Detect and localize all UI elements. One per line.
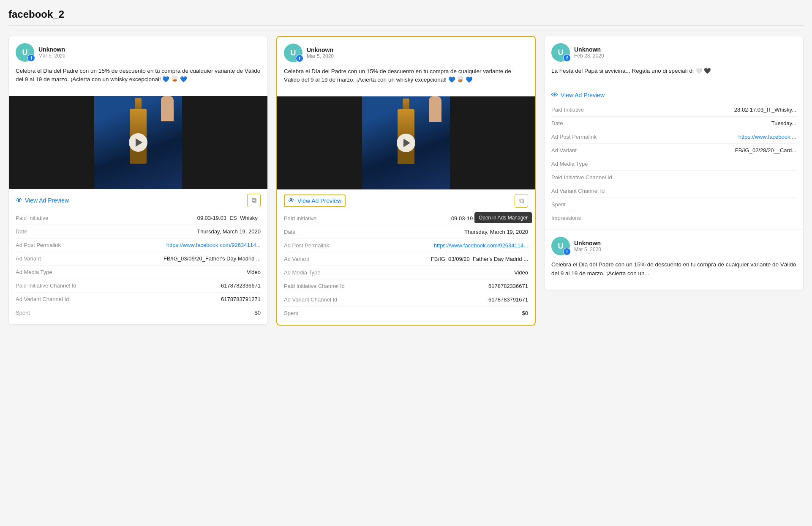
card-header-3: U f Unknown Feb 28, 2020 La Festa del Pa… [545,36,803,87]
view-ad-preview-btn-3[interactable]: 👁 View Ad Preview [545,87,803,103]
detail-row-media-type-1: Ad Media Type Video [16,266,261,279]
value-permalink-3[interactable]: https://www.facebook.... [738,134,796,140]
detail-row-date-2: Date Thursday, March 19, 2020 [284,225,528,239]
cards-container: U f Unknown Mar 5, 2020 Celebra el Día d… [8,36,804,326]
open-icon-2: ⧉ [519,197,524,205]
value-permalink-2[interactable]: https://www.facebook.com/92634114... [434,242,528,249]
open-ads-manager-btn-1[interactable]: ⧉ [247,194,261,207]
detail-row-channel-id-3: Paid Initiative Channel Id [551,171,796,184]
label-date-1: Date [16,228,27,235]
view-ad-preview-btn-1[interactable]: 👁 View Ad Preview [16,197,69,204]
detail-row-media-type-2: Ad Media Type Video [284,266,528,279]
card-details-2: Paid Initiative 09.03-19.03_ES_Whisky_Jo… [277,212,535,325]
value-date-2: Thursday, March 19, 2020 [464,229,528,235]
value-channel-id-2: 6178782336671 [488,283,528,289]
view-ad-preview-label-1: View Ad Preview [25,197,69,204]
label-spent-3: Spent [551,201,566,208]
play-button-2[interactable] [397,134,415,152]
vid-right-1 [182,96,267,189]
ad-card-2: U f Unknown Mar 5, 2020 Celebra el Día d… [276,36,536,326]
view-ad-preview-label-3: View Ad Preview [561,92,605,99]
label-media-type-3: Ad Media Type [551,161,588,167]
label-paid-initiative-2: Paid Initiative [284,215,316,222]
label-media-type-1: Ad Media Type [16,269,52,275]
user-date-4: Mar 5, 2020 [574,247,601,252]
label-permalink-1: Ad Post Permalink [16,242,61,248]
detail-row-impressions-3: Impressions [551,211,796,225]
ad-card-1: U f Unknown Mar 5, 2020 Celebra el Día d… [8,36,268,325]
user-date-2: Mar 5, 2020 [307,53,334,59]
value-date-1: Thursday, March 19, 2020 [197,228,261,235]
vid-left-1 [9,96,94,189]
page-title: facebook_2 [8,8,804,26]
eye-icon-3: 👁 [551,91,558,99]
detail-row-spent-2: Spent $0 [284,307,528,320]
value-paid-initiative-1: 09.03-19.03_ES_Whisky_ [197,215,261,221]
video-thumb-2[interactable] [277,96,535,189]
video-thumb-1[interactable] [9,96,267,189]
play-triangle-2 [403,139,410,147]
vid-right-2 [450,96,535,189]
fb-badge-1: f [27,54,35,62]
view-ad-preview-label-2: View Ad Preview [297,197,341,204]
eye-icon-2: 👁 [288,197,295,205]
value-variant-3: FB/IG_02/28/20__Card... [735,147,796,153]
post-text-2: Celebra el Día del Padre con un 15% de d… [284,67,528,85]
ad-card-3: U f Unknown Feb 28, 2020 La Festa del Pa… [544,36,804,290]
detail-row-paid-initiative-1: Paid Initiative 09.03-19.03_ES_Whisky_ [16,211,261,225]
hand-shape-1 [161,96,174,121]
label-date-2: Date [284,229,295,235]
user-name-3: Unknown [574,46,604,53]
user-info-2: Unknown Mar 5, 2020 [307,47,334,59]
value-paid-initiative-2: 09.03-19.03_ES_Whisky_Joh... [451,215,528,222]
value-variant-channel-1: 6178783791271 [221,296,261,302]
user-header-4: U f Unknown Mar 5, 2020 [551,237,796,255]
vid-center-2 [362,96,450,189]
value-variant-channel-2: 6178783791671 [488,296,528,303]
avatar-wrap-1: U f [16,43,34,62]
detail-row-permalink-2: Ad Post Permalink https://www.facebook.c… [284,239,528,252]
view-ad-preview-btn-2[interactable]: 👁 View Ad Preview [284,195,346,207]
label-channel-id-1: Paid Initiative Channel Id [16,282,76,289]
value-spent-1: $0 [255,310,261,316]
label-media-type-2: Ad Media Type [284,269,320,276]
detail-row-variant-channel-1: Ad Variant Channel Id 6178783791271 [16,293,261,306]
open-ads-manager-btn-2[interactable]: ⧉ Open in Ads Manager [515,194,528,208]
label-variant-2: Ad Variant [284,256,309,262]
label-date-3: Date [551,120,563,126]
detail-row-variant-channel-2: Ad Variant Channel Id 6178783791671 [284,293,528,307]
hand-shape-2 [429,96,441,122]
card-header-1: U f Unknown Mar 5, 2020 Celebra el Día d… [9,36,267,96]
user-date-3: Feb 28, 2020 [574,53,604,59]
label-variant-channel-1: Ad Variant Channel Id [16,296,69,302]
detail-row-channel-id-1: Paid Initiative Channel Id 6178782336671 [16,279,261,293]
user-header-3: U f Unknown Feb 28, 2020 [551,43,796,62]
fb-badge-4: f [563,248,571,255]
label-variant-1: Ad Variant [16,255,41,262]
detail-row-permalink-3: Ad Post Permalink https://www.facebook..… [551,130,796,144]
card-header-2: U f Unknown Mar 5, 2020 Celebra el Día d… [277,37,535,96]
user-date-1: Mar 5, 2020 [38,53,65,59]
card-details-3: Paid Initiative 28.02-17.03_IT_Whisky...… [545,103,803,230]
value-variant-1: FB/IG_03/09/20_Father's Day Madrid ... [163,255,261,262]
detail-row-permalink-1: Ad Post Permalink https://www.facebook.c… [16,238,261,252]
label-channel-id-3: Paid Initiative Channel Id [551,174,612,181]
vid-center-1 [94,96,182,189]
user-header-2: U f Unknown Mar 5, 2020 [284,44,528,62]
open-icon-1: ⧉ [252,197,256,204]
value-permalink-1[interactable]: https://www.facebook.com/92634114... [166,242,261,248]
avatar-wrap-2: U f [284,44,302,62]
detail-row-paid-initiative-2: Paid Initiative 09.03-19.03_ES_Whisky_Jo… [284,212,528,225]
value-paid-initiative-3: 28.02-17.03_IT_Whisky... [734,107,796,113]
play-button-1[interactable] [129,133,147,152]
user-name-4: Unknown [574,240,601,247]
avatar-wrap-4: U f [551,237,570,255]
label-paid-initiative-3: Paid Initiative [551,107,584,113]
detail-row-date-1: Date Thursday, March 19, 2020 [16,225,261,238]
detail-row-paid-initiative-3: Paid Initiative 28.02-17.03_IT_Whisky... [551,103,796,117]
user-name-1: Unknown [38,46,65,53]
label-permalink-2: Ad Post Permalink [284,242,329,249]
detail-row-spent-1: Spent $0 [16,306,261,319]
label-impressions-3: Impressions [551,215,581,221]
card-actions-2: 👁 View Ad Preview ⧉ Open in Ads Manager [277,189,535,212]
